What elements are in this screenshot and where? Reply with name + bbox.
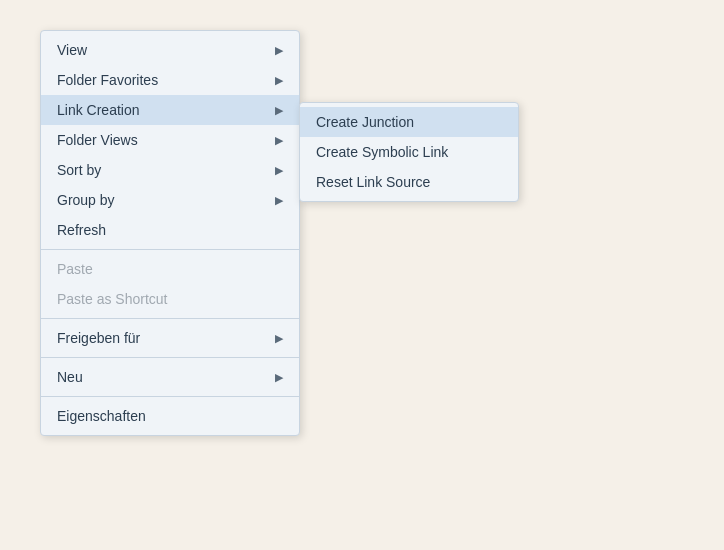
submenu: Create JunctionCreate Symbolic LinkReset… xyxy=(299,102,519,202)
menu-item-eigenschaften[interactable]: Eigenschaften xyxy=(41,401,299,431)
menu-item-group-by[interactable]: Group by▶ xyxy=(41,185,299,215)
menu-item-view[interactable]: View▶ xyxy=(41,35,299,65)
submenu-item-label: Reset Link Source xyxy=(316,174,430,190)
menu-item-neu[interactable]: Neu▶ xyxy=(41,362,299,392)
menu-item-freigeben[interactable]: Freigeben für▶ xyxy=(41,323,299,353)
menu-separator xyxy=(41,249,299,250)
submenu-arrow-icon: ▶ xyxy=(275,44,283,57)
menu-item-label: Folder Views xyxy=(57,132,138,148)
submenu-item-create-symbolic-link[interactable]: Create Symbolic Link xyxy=(300,137,518,167)
submenu-arrow-icon: ▶ xyxy=(275,371,283,384)
submenu-item-label: Create Junction xyxy=(316,114,414,130)
submenu-item-create-junction[interactable]: Create Junction xyxy=(300,107,518,137)
menu-item-label: Paste xyxy=(57,261,93,277)
menu-item-folder-views[interactable]: Folder Views▶ xyxy=(41,125,299,155)
menu-item-label: Freigeben für xyxy=(57,330,140,346)
menu-item-label: Neu xyxy=(57,369,83,385)
menu-item-label: Group by xyxy=(57,192,115,208)
menu-item-refresh[interactable]: Refresh xyxy=(41,215,299,245)
menu-item-paste-shortcut: Paste as Shortcut xyxy=(41,284,299,314)
submenu-arrow-icon: ▶ xyxy=(275,104,283,117)
menu-item-label: Eigenschaften xyxy=(57,408,146,424)
context-menu: View▶Folder Favorites▶Link Creation▶Fold… xyxy=(40,30,300,436)
submenu-item-label: Create Symbolic Link xyxy=(316,144,448,160)
menu-separator xyxy=(41,318,299,319)
menu-item-label: Refresh xyxy=(57,222,106,238)
menu-separator xyxy=(41,357,299,358)
submenu-item-reset-link-source[interactable]: Reset Link Source xyxy=(300,167,518,197)
submenu-arrow-icon: ▶ xyxy=(275,332,283,345)
menu-item-link-creation[interactable]: Link Creation▶ xyxy=(41,95,299,125)
menu-item-folder-favorites[interactable]: Folder Favorites▶ xyxy=(41,65,299,95)
menu-item-label: Paste as Shortcut xyxy=(57,291,168,307)
context-menu-wrapper: View▶Folder Favorites▶Link Creation▶Fold… xyxy=(40,30,300,436)
submenu-arrow-icon: ▶ xyxy=(275,164,283,177)
menu-item-label: Folder Favorites xyxy=(57,72,158,88)
submenu-arrow-icon: ▶ xyxy=(275,194,283,207)
menu-item-paste: Paste xyxy=(41,254,299,284)
submenu-arrow-icon: ▶ xyxy=(275,74,283,87)
menu-separator xyxy=(41,396,299,397)
menu-item-label: Sort by xyxy=(57,162,101,178)
menu-item-label: View xyxy=(57,42,87,58)
submenu-arrow-icon: ▶ xyxy=(275,134,283,147)
menu-item-sort-by[interactable]: Sort by▶ xyxy=(41,155,299,185)
menu-item-label: Link Creation xyxy=(57,102,140,118)
